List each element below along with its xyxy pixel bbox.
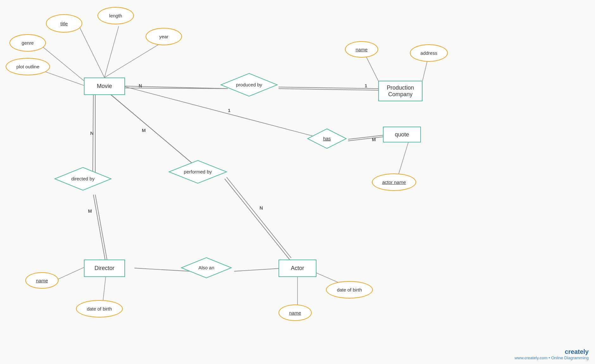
multiplicity-director-directed-m: M: [88, 208, 92, 214]
multiplicity-actor-performed-n: N: [260, 205, 263, 210]
entity-movie: Movie: [84, 78, 125, 95]
attribute-plot-outline: plot outline: [6, 58, 50, 75]
attribute-pc-name-label: name: [356, 47, 368, 52]
creately-tagline: www.creately.com • Online Diagramming: [515, 355, 589, 360]
attribute-year: year: [146, 28, 182, 45]
multiplicity-movie-performed-m: M: [142, 128, 146, 133]
relationship-performed-by: performed by: [168, 159, 228, 185]
entity-movie-label: Movie: [97, 83, 112, 90]
svg-line-16: [110, 94, 197, 167]
svg-line-0: [79, 26, 104, 78]
creately-brand: creately: [515, 348, 589, 355]
svg-text:Also an: Also an: [198, 265, 214, 270]
attribute-length: length: [97, 7, 134, 24]
multiplicity-movie-directed-n: N: [90, 130, 94, 136]
attribute-title: title: [46, 14, 82, 33]
attribute-title-label: title: [60, 21, 68, 26]
attribute-pc-name: name: [345, 41, 378, 58]
relationship-has: has: [306, 128, 348, 150]
attribute-pc-address: address: [410, 44, 448, 62]
attribute-plot-outline-label: plot outline: [16, 64, 40, 69]
attribute-genre-label: genre: [22, 40, 34, 46]
attribute-genre: genre: [9, 34, 46, 52]
svg-line-4: [41, 70, 84, 85]
multiplicity-movie-has-1: 1: [228, 108, 230, 113]
svg-text:performed by: performed by: [184, 169, 212, 174]
svg-text:directed by: directed by: [71, 176, 95, 181]
svg-text:has: has: [323, 136, 331, 141]
svg-text:produced by: produced by: [236, 82, 262, 87]
creately-logo: creately www.creately.com • Online Diagr…: [515, 348, 589, 360]
attribute-year-label: year: [159, 34, 168, 39]
attribute-pc-address-label: address: [420, 50, 437, 56]
attribute-length-label: length: [109, 13, 122, 18]
multiplicity-movie-produced-n: N: [139, 83, 142, 88]
relationship-directed-by: directed by: [54, 166, 112, 191]
multiplicity-pc-produced-1: 1: [365, 83, 367, 88]
relationship-produced-by: produced by: [220, 72, 279, 97]
multiplicity-quote-has-m: M: [372, 137, 376, 142]
attribute-director-name-label: name: [36, 278, 48, 283]
relationship-also-an: Also an: [180, 256, 233, 279]
